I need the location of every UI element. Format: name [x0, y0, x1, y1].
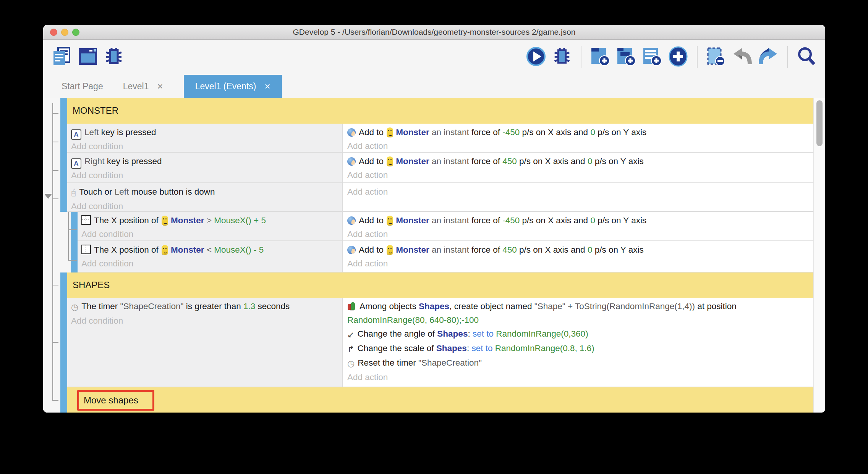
force-icon — [347, 216, 356, 225]
close-window-button[interactable] — [50, 29, 57, 36]
vertical-scrollbar[interactable] — [813, 98, 825, 413]
timer-icon: ◷ — [347, 357, 355, 371]
search-icon — [797, 47, 816, 68]
tab-bar: Start Page Level1 × Level1 (Events) × — [43, 75, 825, 98]
add-comment-button[interactable] — [641, 45, 663, 70]
action-line[interactable]: Among objects Shapes, create object name… — [347, 300, 810, 327]
add-event-button[interactable] — [589, 45, 611, 70]
tab-level1-events[interactable]: Level1 (Events) × — [184, 75, 282, 98]
circle-plus-icon — [668, 46, 688, 68]
minimize-window-button[interactable] — [61, 29, 68, 36]
monster-object-icon — [387, 127, 393, 137]
events-list: MONSTER ALeft key is pressed Add conditi… — [43, 98, 813, 413]
event-group-row: MONSTER — [43, 98, 813, 124]
group-title: Move shapes — [84, 395, 138, 406]
add-condition-link[interactable]: Add condition — [71, 314, 338, 328]
event-handle-bar[interactable] — [60, 298, 67, 387]
tab-label: Level1 — [123, 81, 149, 92]
add-condition-link[interactable]: Add condition — [71, 200, 338, 213]
action-line[interactable]: ◷Reset the timer "ShapeCreation" — [347, 356, 810, 371]
add-subevent-button[interactable] — [615, 45, 637, 70]
event-handle-bar[interactable] — [71, 212, 78, 241]
add-action-link[interactable]: Add action — [347, 139, 810, 153]
event-handle-bar[interactable] — [71, 241, 78, 272]
group-header-monster[interactable]: MONSTER — [67, 98, 813, 124]
undo-button[interactable] — [731, 45, 753, 70]
event-handle-bar[interactable] — [60, 387, 67, 413]
condition-text: Left key is pressed — [84, 127, 156, 137]
conditions-cell: The X position of Monster > MouseX() + 5… — [78, 212, 342, 241]
event-handle-bar[interactable] — [60, 98, 67, 124]
play-icon — [526, 47, 546, 68]
monster-object-icon — [162, 216, 168, 225]
actions-cell: Add action — [342, 183, 813, 212]
add-condition-link[interactable]: Add condition — [81, 227, 338, 241]
event-handle-bar[interactable] — [60, 153, 67, 183]
actions-cell: Add to Monster an instant force of -450 … — [342, 124, 813, 153]
preview-button[interactable] — [525, 45, 547, 70]
add-action-link[interactable]: Add action — [347, 227, 810, 241]
events-sheet: MONSTER ALeft key is pressed Add conditi… — [43, 98, 825, 413]
event-handle-bar[interactable] — [60, 183, 67, 212]
monster-object-icon — [387, 245, 393, 255]
add-action-link[interactable]: Add action — [347, 257, 810, 271]
scene-editor-button[interactable] — [77, 45, 99, 70]
force-icon — [347, 157, 356, 166]
add-action-link[interactable]: Add action — [347, 371, 810, 384]
group-header-shapes[interactable]: SHAPES — [67, 272, 813, 298]
monster-object-icon — [162, 245, 168, 255]
condition-line[interactable]: ALeft key is pressed — [71, 126, 338, 140]
search-button[interactable] — [795, 45, 818, 70]
action-line[interactable]: Add to Monster an instant force of 450 p… — [347, 243, 810, 257]
action-text: Among objects Shapes, create object name… — [347, 301, 737, 325]
action-line[interactable]: ↙Change the angle of Shapes: set to Rand… — [347, 327, 810, 342]
group-title: SHAPES — [73, 280, 110, 290]
scale-icon: ↱ — [347, 342, 354, 356]
group-header-move-shapes[interactable]: Move shapes — [67, 387, 813, 413]
action-line[interactable]: Add to Monster an instant force of -450 … — [347, 126, 810, 139]
debugger-button[interactable] — [103, 45, 125, 70]
condition-line[interactable]: The X position of Monster > MouseX() + 5 — [81, 214, 338, 227]
action-text: Change the angle of Shapes: set to Rando… — [357, 329, 588, 339]
action-line[interactable]: ↱Change the scale of Shapes: set to Rand… — [347, 342, 810, 356]
tab-level1[interactable]: Level1 × — [113, 75, 173, 98]
redo-button[interactable] — [757, 45, 779, 70]
add-event-icon — [590, 46, 611, 68]
close-tab-icon[interactable]: × — [264, 81, 270, 91]
create-object-icon — [347, 302, 356, 311]
delete-event-button[interactable] — [705, 45, 727, 70]
add-action-link[interactable]: Add action — [347, 185, 810, 199]
zoom-window-button[interactable] — [72, 29, 79, 36]
add-subevent-icon — [616, 46, 636, 68]
force-icon — [347, 128, 356, 137]
action-line[interactable]: Add to Monster an instant force of 450 p… — [347, 155, 810, 168]
keyboard-key-icon: A — [71, 129, 81, 140]
add-action-link[interactable]: Add action — [347, 168, 810, 182]
add-more-button[interactable] — [667, 45, 689, 70]
add-condition-link[interactable]: Add condition — [71, 169, 338, 182]
add-condition-link[interactable]: Add condition — [81, 257, 338, 271]
add-condition-link[interactable]: Add condition — [71, 140, 338, 153]
debug-preview-button[interactable] — [551, 45, 573, 70]
condition-line[interactable]: ARight key is pressed — [71, 155, 338, 169]
action-text: Add to Monster an instant force of 450 p… — [359, 156, 644, 166]
event-handle-bar[interactable] — [60, 124, 67, 153]
action-text: Reset the timer "ShapeCreation" — [358, 358, 482, 368]
scrollbar-thumb[interactable] — [816, 100, 823, 146]
add-comment-icon — [642, 46, 662, 68]
condition-line[interactable]: The X position of Monster < MouseX() - 5 — [81, 243, 338, 257]
event-group-row: SHAPES — [43, 272, 813, 298]
event-handle-bar[interactable] — [60, 272, 67, 298]
project-manager-button[interactable] — [51, 45, 73, 70]
tab-start-page[interactable]: Start Page — [52, 75, 113, 98]
action-line[interactable]: Add to Monster an instant force of -450 … — [347, 214, 810, 227]
condition-text: Right key is pressed — [84, 156, 162, 166]
monster-object-icon — [387, 216, 393, 225]
condition-line[interactable]: ◷The timer "ShapeCreation" is greater th… — [71, 300, 338, 314]
subevent-row-x-greater: The X position of Monster > MouseX() + 5… — [43, 212, 813, 241]
close-tab-icon[interactable]: × — [157, 81, 163, 91]
conditions-cell: ALeft key is pressed Add condition — [67, 124, 342, 153]
condition-line[interactable]: 🖯Touch or Left mouse button is down — [71, 185, 338, 200]
conditions-cell: The X position of Monster < MouseX() - 5… — [78, 241, 342, 272]
event-row-shape-timer: ◷The timer "ShapeCreation" is greater th… — [43, 298, 813, 387]
